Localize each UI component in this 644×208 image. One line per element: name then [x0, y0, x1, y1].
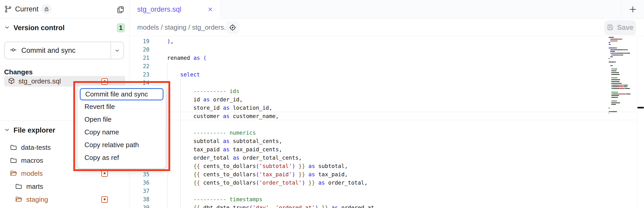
sidebar-item-marts[interactable]: marts	[0, 180, 129, 193]
line-number: 22	[129, 62, 149, 70]
new-tab-zone	[621, 0, 644, 19]
line-number: 23	[129, 70, 149, 79]
branch-bar: Current	[0, 0, 129, 18]
branch-selector[interactable]: Current	[4, 4, 51, 15]
sidebar-item-models[interactable]: models	[0, 167, 129, 180]
commit-button-label: Commit and sync	[21, 47, 76, 55]
line-number: 39	[129, 204, 149, 208]
code-line-23: 23 select	[129, 70, 644, 79]
tab-stg-orders[interactable]: stg_orders.sql	[129, 0, 220, 19]
minimap-line	[609, 39, 622, 40]
minimap-line	[609, 81, 620, 82]
folder-icon	[10, 157, 17, 164]
folder-icon	[15, 183, 22, 190]
chevron-down-icon	[4, 127, 10, 134]
commit-and-sync-button[interactable]: Commit and sync	[4, 42, 124, 59]
code-line-26: 26 id as order_id,	[129, 95, 644, 104]
line-number: 20	[129, 46, 149, 54]
folder-label: staging	[26, 196, 97, 204]
minimap-line	[609, 95, 619, 96]
close-icon[interactable]	[207, 6, 213, 12]
minimap-line	[609, 48, 617, 48]
minimap-line	[609, 111, 617, 112]
overview-ruler	[637, 36, 644, 208]
floppy-save-icon	[607, 24, 614, 32]
modified-file-badge	[101, 78, 108, 85]
tab-strip: stg_orders.sql	[129, 0, 644, 19]
lock-icon	[42, 4, 51, 14]
git-commit-icon	[9, 46, 17, 55]
breadcrumb-bar: models / staging / stg_orders.sql Save	[129, 19, 644, 36]
menu-item-copy-as-ref[interactable]: Copy as ref	[80, 151, 163, 164]
minimap-line	[609, 108, 610, 108]
commit-options-dropdown[interactable]	[110, 42, 123, 59]
minimap-line	[609, 37, 614, 38]
code-line-32: 32 tax_paid as tax_paid_cents,	[129, 145, 644, 154]
code-line-27: 27 store_id as location_id,	[129, 104, 644, 112]
menu-item-open-file[interactable]: Open file	[80, 113, 163, 126]
modified-folder-badge	[101, 170, 108, 177]
code-line-19: 19),	[129, 37, 644, 46]
minimap-line	[609, 104, 616, 105]
minimap-line	[609, 55, 623, 55]
sidebar-item-staging[interactable]: staging	[0, 193, 129, 206]
line-number: 36	[129, 179, 149, 187]
line-number: 38	[129, 195, 149, 204]
line-number: 21	[129, 54, 149, 62]
menu-item-revert-file[interactable]: Revert file	[80, 100, 163, 113]
minimap-line	[609, 77, 617, 78]
minimap-line	[609, 58, 610, 59]
chevron-down-icon	[4, 24, 10, 31]
code-editor[interactable]: 19),2021renamed as (2223 select2425 ----…	[129, 36, 644, 208]
code-line-28: 28 customer as customer_name,	[129, 112, 644, 120]
line-number: 37	[129, 187, 149, 195]
minimap-line	[609, 85, 628, 86]
minimap-line	[609, 70, 616, 71]
copy-icon[interactable]	[116, 6, 124, 14]
minimap-line	[609, 56, 613, 57]
menu-item-commit-file-and-sync[interactable]: Commit file and sync	[80, 88, 163, 100]
code-line-29: 29	[129, 120, 644, 129]
minimap-line	[609, 65, 613, 66]
changed-file-name: stg_orders.sql	[18, 77, 61, 85]
code-line-35: 35 {{ cents_to_dollars('tax_paid') }} as…	[129, 170, 644, 179]
line-number: 19	[129, 37, 149, 46]
minimap-line	[609, 49, 628, 50]
folder-label: models	[21, 170, 97, 178]
folder-open-icon	[10, 170, 17, 177]
version-control-header[interactable]: Version control 1	[0, 21, 129, 35]
minimap-line	[609, 72, 619, 73]
code-line-22: 22	[129, 62, 644, 70]
minimap-line	[609, 97, 618, 98]
model-cube-icon	[8, 77, 15, 86]
menu-item-copy-relative-path[interactable]: Copy relative path	[80, 139, 163, 151]
code-line-24: 24	[129, 79, 644, 87]
minimap-line	[609, 86, 627, 87]
modified-folder-badge	[101, 196, 108, 203]
minimap-line	[609, 51, 615, 52]
plus-icon[interactable]	[628, 5, 637, 14]
folder-label: marts	[26, 183, 125, 191]
menu-item-copy-name[interactable]: Copy name	[80, 126, 163, 139]
minimap[interactable]	[608, 37, 637, 206]
scroll-position-marker	[638, 107, 644, 108]
minimap-line	[609, 94, 630, 94]
minimap-line	[609, 92, 618, 93]
minimap-line	[609, 113, 609, 114]
save-button[interactable]: Save	[604, 20, 636, 35]
compass-icon[interactable]	[226, 21, 239, 34]
code-line-25: 25 ---------- ids	[129, 87, 644, 95]
minimap-line	[609, 101, 617, 101]
git-branch-icon	[4, 5, 12, 13]
breadcrumb: models / staging / stg_orders.sql	[137, 23, 234, 31]
code-line-34: 34 {{ cents_to_dollars('subtotal') }} as…	[129, 162, 644, 170]
tab-label: stg_orders.sql	[137, 5, 181, 14]
changes-heading: Changes	[4, 68, 33, 76]
minimap-line	[609, 41, 617, 41]
minimap-line	[609, 74, 620, 75]
code-line-31: 31 subtotal as subtotal_cents,	[129, 137, 644, 145]
code-line-37: 37	[129, 187, 644, 195]
code-line-20: 20	[129, 46, 644, 54]
code-line-33: 33 order_total as order_total_cents,	[129, 154, 644, 162]
minimap-line	[609, 53, 630, 54]
